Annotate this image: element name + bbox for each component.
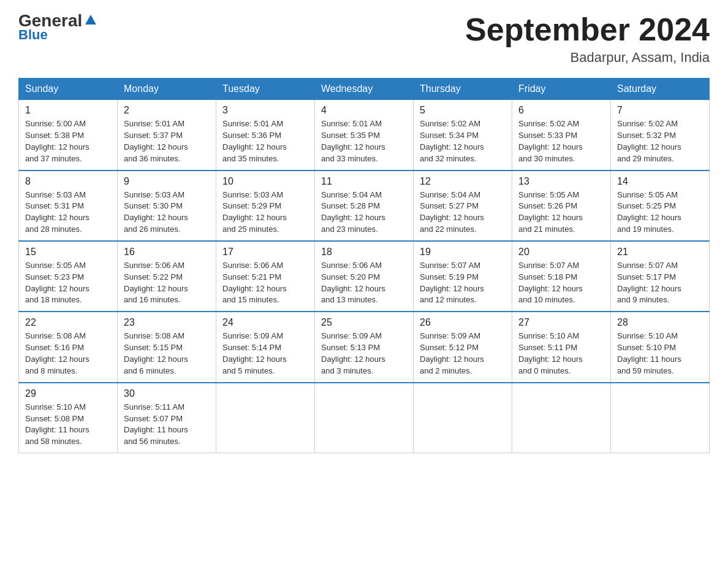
day-cell: 28Sunrise: 5:10 AMSunset: 5:10 PMDayligh… [611, 312, 710, 382]
day-info: Sunrise: 5:06 AMSunset: 5:21 PMDaylight:… [222, 260, 308, 306]
day-cell: 16Sunrise: 5:06 AMSunset: 5:22 PMDayligh… [118, 241, 216, 312]
day-info: Sunrise: 5:09 AMSunset: 5:12 PMDaylight:… [420, 331, 506, 377]
day-info: Sunrise: 5:07 AMSunset: 5:18 PMDaylight:… [518, 260, 604, 306]
day-info: Sunrise: 5:09 AMSunset: 5:13 PMDaylight:… [321, 331, 407, 377]
day-number: 11 [321, 176, 407, 187]
day-number: 25 [321, 317, 407, 328]
page-header: General Blue September 2024 Badarpur, As… [18, 12, 710, 66]
day-cell [611, 383, 710, 453]
month-title: September 2024 [465, 12, 710, 47]
day-number: 30 [124, 388, 210, 399]
day-info: Sunrise: 5:05 AMSunset: 5:26 PMDaylight:… [518, 190, 604, 236]
day-info: Sunrise: 5:05 AMSunset: 5:25 PMDaylight:… [617, 190, 703, 236]
day-number: 13 [518, 176, 604, 187]
day-cell [414, 383, 512, 453]
day-number: 2 [124, 105, 210, 116]
day-cell [512, 383, 611, 453]
week-row-5: 29Sunrise: 5:10 AMSunset: 5:08 PMDayligh… [19, 383, 710, 453]
day-number: 7 [617, 105, 703, 116]
day-number: 27 [518, 317, 604, 328]
day-cell: 21Sunrise: 5:07 AMSunset: 5:17 PMDayligh… [611, 241, 710, 312]
day-cell: 5Sunrise: 5:02 AMSunset: 5:34 PMDaylight… [414, 100, 512, 170]
day-number: 1 [25, 105, 111, 116]
logo-triangle-icon [84, 13, 97, 29]
day-info: Sunrise: 5:10 AMSunset: 5:11 PMDaylight:… [518, 331, 604, 377]
day-info: Sunrise: 5:08 AMSunset: 5:15 PMDaylight:… [124, 331, 210, 377]
day-number: 17 [222, 247, 308, 258]
day-number: 9 [124, 176, 210, 187]
day-cell: 1Sunrise: 5:00 AMSunset: 5:38 PMDaylight… [19, 100, 118, 170]
day-number: 10 [222, 176, 308, 187]
day-cell: 15Sunrise: 5:05 AMSunset: 5:23 PMDayligh… [19, 241, 118, 312]
day-cell: 14Sunrise: 5:05 AMSunset: 5:25 PMDayligh… [611, 170, 710, 241]
day-cell: 4Sunrise: 5:01 AMSunset: 5:35 PMDaylight… [315, 100, 414, 170]
day-info: Sunrise: 5:09 AMSunset: 5:14 PMDaylight:… [222, 331, 308, 377]
day-cell: 25Sunrise: 5:09 AMSunset: 5:13 PMDayligh… [315, 312, 414, 382]
day-number: 3 [222, 105, 308, 116]
day-cell: 20Sunrise: 5:07 AMSunset: 5:18 PMDayligh… [512, 241, 611, 312]
day-cell: 26Sunrise: 5:09 AMSunset: 5:12 PMDayligh… [414, 312, 512, 382]
day-info: Sunrise: 5:01 AMSunset: 5:36 PMDaylight:… [222, 118, 308, 164]
day-number: 4 [321, 105, 407, 116]
header-sunday: Sunday [19, 79, 118, 100]
day-info: Sunrise: 5:08 AMSunset: 5:16 PMDaylight:… [25, 331, 111, 377]
header-friday: Friday [512, 79, 611, 100]
day-number: 23 [124, 317, 210, 328]
day-cell: 24Sunrise: 5:09 AMSunset: 5:14 PMDayligh… [216, 312, 315, 382]
day-info: Sunrise: 5:02 AMSunset: 5:33 PMDaylight:… [518, 118, 604, 164]
weekday-header-row: SundayMondayTuesdayWednesdayThursdayFrid… [19, 79, 710, 100]
day-cell: 12Sunrise: 5:04 AMSunset: 5:27 PMDayligh… [414, 170, 512, 241]
day-info: Sunrise: 5:04 AMSunset: 5:28 PMDaylight:… [321, 190, 407, 236]
day-info: Sunrise: 5:11 AMSunset: 5:07 PMDaylight:… [124, 402, 210, 448]
day-cell: 17Sunrise: 5:06 AMSunset: 5:21 PMDayligh… [216, 241, 315, 312]
day-info: Sunrise: 5:06 AMSunset: 5:20 PMDaylight:… [321, 260, 407, 306]
day-number: 21 [617, 247, 703, 258]
day-info: Sunrise: 5:03 AMSunset: 5:30 PMDaylight:… [124, 190, 210, 236]
day-number: 24 [222, 317, 308, 328]
week-row-4: 22Sunrise: 5:08 AMSunset: 5:16 PMDayligh… [19, 312, 710, 382]
day-info: Sunrise: 5:07 AMSunset: 5:17 PMDaylight:… [617, 260, 703, 306]
day-info: Sunrise: 5:01 AMSunset: 5:37 PMDaylight:… [124, 118, 210, 164]
day-info: Sunrise: 5:10 AMSunset: 5:10 PMDaylight:… [617, 331, 703, 377]
location-title: Badarpur, Assam, India [465, 50, 710, 66]
day-cell: 2Sunrise: 5:01 AMSunset: 5:37 PMDaylight… [118, 100, 216, 170]
day-cell [216, 383, 315, 453]
day-number: 16 [124, 247, 210, 258]
header-thursday: Thursday [414, 79, 512, 100]
day-number: 22 [25, 317, 111, 328]
day-info: Sunrise: 5:02 AMSunset: 5:32 PMDaylight:… [617, 118, 703, 164]
day-cell: 9Sunrise: 5:03 AMSunset: 5:30 PMDaylight… [118, 170, 216, 241]
title-area: September 2024 Badarpur, Assam, India [465, 12, 710, 66]
day-number: 18 [321, 247, 407, 258]
day-cell: 23Sunrise: 5:08 AMSunset: 5:15 PMDayligh… [118, 312, 216, 382]
header-wednesday: Wednesday [315, 79, 414, 100]
day-info: Sunrise: 5:07 AMSunset: 5:19 PMDaylight:… [420, 260, 506, 306]
day-cell: 18Sunrise: 5:06 AMSunset: 5:20 PMDayligh… [315, 241, 414, 312]
day-number: 14 [617, 176, 703, 187]
day-number: 19 [420, 247, 506, 258]
day-cell: 11Sunrise: 5:04 AMSunset: 5:28 PMDayligh… [315, 170, 414, 241]
day-number: 15 [25, 247, 111, 258]
day-info: Sunrise: 5:02 AMSunset: 5:34 PMDaylight:… [420, 118, 506, 164]
day-info: Sunrise: 5:03 AMSunset: 5:31 PMDaylight:… [25, 190, 111, 236]
day-cell: 8Sunrise: 5:03 AMSunset: 5:31 PMDaylight… [19, 170, 118, 241]
week-row-2: 8Sunrise: 5:03 AMSunset: 5:31 PMDaylight… [19, 170, 710, 241]
day-cell: 6Sunrise: 5:02 AMSunset: 5:33 PMDaylight… [512, 100, 611, 170]
day-info: Sunrise: 5:04 AMSunset: 5:27 PMDaylight:… [420, 190, 506, 236]
day-number: 26 [420, 317, 506, 328]
day-number: 12 [420, 176, 506, 187]
day-info: Sunrise: 5:06 AMSunset: 5:22 PMDaylight:… [124, 260, 210, 306]
day-cell: 22Sunrise: 5:08 AMSunset: 5:16 PMDayligh… [19, 312, 118, 382]
day-number: 5 [420, 105, 506, 116]
day-number: 6 [518, 105, 604, 116]
day-cell [315, 383, 414, 453]
day-cell: 29Sunrise: 5:10 AMSunset: 5:08 PMDayligh… [19, 383, 118, 453]
day-cell: 19Sunrise: 5:07 AMSunset: 5:19 PMDayligh… [414, 241, 512, 312]
day-info: Sunrise: 5:03 AMSunset: 5:29 PMDaylight:… [222, 190, 308, 236]
day-number: 20 [518, 247, 604, 258]
header-monday: Monday [118, 79, 216, 100]
day-cell: 3Sunrise: 5:01 AMSunset: 5:36 PMDaylight… [216, 100, 315, 170]
day-cell: 30Sunrise: 5:11 AMSunset: 5:07 PMDayligh… [118, 383, 216, 453]
day-number: 28 [617, 317, 703, 328]
header-tuesday: Tuesday [216, 79, 315, 100]
